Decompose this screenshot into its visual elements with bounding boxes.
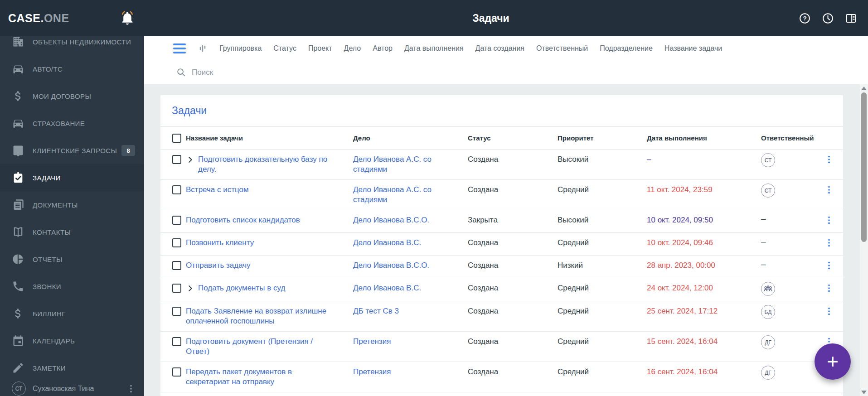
row-actions-kebab-icon[interactable] <box>824 153 834 166</box>
filter-ответственный[interactable]: Ответственный <box>536 44 588 53</box>
assignee-avatar: СТ <box>761 153 775 167</box>
assignee-avatar: ДГ <box>761 366 775 380</box>
user-kebab-icon[interactable] <box>126 383 136 395</box>
assignee-empty-dash: – <box>761 214 766 223</box>
filter-дело[interactable]: Дело <box>344 44 361 53</box>
filter-panel: ГруппировкаСтатусПроектДелоАвторДата вып… <box>144 36 868 84</box>
select-all-checkbox[interactable] <box>172 134 181 143</box>
sidebar-item-insurance[interactable]: СТРАХОВАНИЕ <box>0 110 144 137</box>
task-name-link[interactable]: Подать документы в суд <box>198 283 285 293</box>
priority-value: Высокий <box>558 150 647 169</box>
task-name-link[interactable]: Подготовить документ (Претензия / Ответ) <box>186 337 333 357</box>
menu-hamburger-icon[interactable] <box>173 43 186 53</box>
row-checkbox[interactable] <box>172 307 181 316</box>
task-name-link[interactable]: Встреча с истцом <box>186 185 249 195</box>
case-link[interactable]: Дело Иванова В.С. <box>353 284 421 292</box>
table-row: Отправить задачуДело Иванова В.С.О.Созда… <box>160 256 843 278</box>
assignee-empty-dash: – <box>761 259 766 269</box>
row-checkbox[interactable] <box>172 238 181 247</box>
priority-value <box>558 392 647 396</box>
case-link[interactable]: Претензия <box>353 367 391 376</box>
row-actions-kebab-icon[interactable] <box>824 236 834 250</box>
sidebar-item-notes[interactable]: ЗАМЕТКИ <box>0 354 144 382</box>
case-link[interactable]: Дело Иванова А.С. со стадиями <box>353 155 432 174</box>
calendar-icon <box>12 334 24 347</box>
case-link[interactable]: ДБ тест Св 3 <box>353 307 399 315</box>
user-name: Сухановская Тина <box>33 385 94 393</box>
add-task-fab[interactable]: + <box>815 343 851 380</box>
sidebar-item-contacts[interactable]: КОНТАКТЫ <box>0 218 144 246</box>
status-value: Создана <box>468 233 558 253</box>
row-actions-kebab-icon[interactable] <box>824 259 834 272</box>
layout-columns-icon[interactable] <box>845 12 857 24</box>
priority-value: Средний <box>558 233 647 253</box>
help-icon[interactable]: ? <box>799 12 811 24</box>
task-name-link[interactable]: Подать Заявление на возврат излишне опла… <box>186 306 333 326</box>
filter-проект[interactable]: Проект <box>308 44 332 53</box>
row-actions-kebab-icon[interactable] <box>824 304 834 318</box>
sidebar-item-client-requests[interactable]: КЛИЕНТСКИЕ ЗАПРОСЫ8 <box>0 137 144 164</box>
row-checkbox[interactable] <box>172 216 181 225</box>
filter-дата-выполнения[interactable]: Дата выполнения <box>404 44 464 53</box>
row-checkbox[interactable] <box>172 284 181 293</box>
row-checkbox[interactable] <box>172 185 181 194</box>
sidebar-item-car[interactable]: АВТО/ТС <box>0 55 144 82</box>
scroll-down-arrow-icon[interactable] <box>861 391 867 394</box>
sidebar: ОБЪЕКТЫ НЕДВИЖИМОСТИАВТО/ТСМОИ ДОГОВОРЫС… <box>0 0 144 396</box>
task-name-link[interactable]: Позвонить клиенту <box>186 238 254 248</box>
row-actions-kebab-icon[interactable] <box>824 183 834 197</box>
row-checkbox[interactable] <box>172 367 181 377</box>
sidebar-item-calendar[interactable]: КАЛЕНДАРЬ <box>0 327 144 354</box>
main-area: ГруппировкаСтатусПроектДелоАвторДата вып… <box>144 36 868 396</box>
column-settings-icon[interactable] <box>198 43 208 54</box>
filter-название-задачи[interactable]: Название задачи <box>664 44 722 53</box>
filter-дата-создания[interactable]: Дата создания <box>475 44 524 53</box>
row-checkbox[interactable] <box>172 261 181 270</box>
vertical-scrollbar[interactable] <box>860 84 868 396</box>
table-header-row: Название задачиДелоСтатусПриоритетДата в… <box>160 127 843 150</box>
row-actions-kebab-icon[interactable] <box>824 213 834 227</box>
row-checkbox[interactable] <box>172 337 181 346</box>
table-row <box>160 392 843 396</box>
priority-value: Низкий <box>558 256 647 275</box>
case-link[interactable]: Претензия <box>353 337 391 346</box>
sidebar-item-label: ОТЧЕТЫ <box>33 256 63 263</box>
sidebar-item-calls[interactable]: ЗВОНКИ <box>0 273 144 300</box>
filter-автор[interactable]: Автор <box>373 44 393 53</box>
tasks-card: Задачи Название задачиДелоСтатусПриорите… <box>160 95 843 396</box>
app-root: ОБЪЕКТЫ НЕДВИЖИМОСТИАВТО/ТСМОИ ДОГОВОРЫС… <box>0 0 868 396</box>
status-value: Создана <box>468 278 558 298</box>
sidebar-item-contracts[interactable]: МОИ ДОГОВОРЫ <box>0 82 144 110</box>
sidebar-item-tasks[interactable]: ЗАДАЧИ <box>0 164 144 191</box>
search-input[interactable] <box>192 68 600 77</box>
user-menu[interactable]: СТ Сухановская Тина <box>0 382 144 396</box>
notifications-bell-icon[interactable] <box>120 10 135 26</box>
task-name-link[interactable]: Передать пакет документов в секретариат … <box>186 367 333 387</box>
case-link[interactable]: Дело Иванова А.С. со стадиями <box>353 185 432 204</box>
insurance-icon <box>12 117 24 130</box>
case-link[interactable]: Дело Иванова В.С. <box>353 238 421 247</box>
row-checkbox[interactable] <box>172 155 181 164</box>
expand-chevron-icon[interactable] <box>186 155 194 164</box>
table-row: Подготовить список кандидатовДело Иванов… <box>160 210 843 233</box>
expand-chevron-icon[interactable] <box>186 284 194 293</box>
scrollbar-thumb[interactable] <box>861 92 867 242</box>
case-link[interactable]: Дело Иванова В.С.О. <box>353 261 429 270</box>
task-name-link[interactable]: Подготовить список кандидатов <box>186 215 300 225</box>
case-link[interactable]: Дело Иванова В.С.О. <box>353 216 429 224</box>
sidebar-item-reports[interactable]: ОТЧЕТЫ <box>0 246 144 273</box>
due-date-value: 25 сент. 2024, 17:12 <box>647 301 761 321</box>
row-actions-kebab-icon[interactable] <box>824 281 834 295</box>
due-date-value: 10 окт. 2024, 09:50 <box>647 210 761 230</box>
sidebar-item-label: ЗАДАЧИ <box>33 174 61 182</box>
task-name-link[interactable]: Отправить задачу <box>186 261 251 270</box>
filter-статус[interactable]: Статус <box>273 44 296 53</box>
app-logo[interactable]: CASE.ONE <box>8 0 69 36</box>
task-name-link[interactable]: Подготовить доказательную базу по делу. <box>198 155 333 174</box>
sidebar-item-documents[interactable]: ДОКУМЕНТЫ <box>0 191 144 218</box>
filter-подразделение[interactable]: Подразделение <box>600 44 653 53</box>
history-clock-icon[interactable] <box>822 12 834 24</box>
sidebar-item-billing[interactable]: БИЛЛИНГ <box>0 300 144 327</box>
scroll-up-arrow-icon[interactable] <box>861 87 867 90</box>
filter-группировка[interactable]: Группировка <box>219 44 262 53</box>
